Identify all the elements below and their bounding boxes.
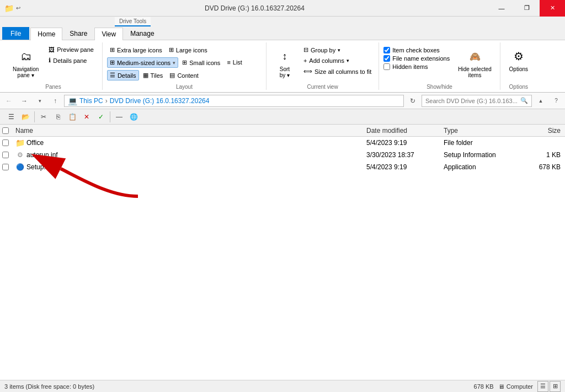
settings-icon[interactable]: ▲ bbox=[534, 94, 547, 108]
setup-size: 678 KB bbox=[519, 163, 563, 171]
file-name-extensions-checkbox[interactable]: File name extensions bbox=[383, 55, 450, 62]
setup-checkbox[interactable] bbox=[2, 164, 13, 170]
show-hide-group: Item check boxes File name extensions Hi… bbox=[379, 42, 500, 90]
preview-pane-button[interactable]: 🖼 Preview pane bbox=[45, 45, 98, 55]
extra-large-icons-button[interactable]: ⊞ Extra large icons bbox=[107, 45, 165, 55]
add-columns-button[interactable]: + Add columns ▾ bbox=[301, 56, 374, 66]
options-button[interactable]: ⚙ Options bbox=[505, 45, 532, 75]
forward-button[interactable]: → bbox=[18, 94, 31, 108]
status-bar: 3 items (Disk free space: 0 bytes)678 KB… bbox=[0, 380, 565, 392]
col-header-name[interactable]: Name bbox=[13, 127, 364, 135]
undo-icon[interactable]: ↩ bbox=[16, 5, 20, 11]
autorun-date: 3/30/2023 18:37 bbox=[364, 151, 441, 159]
search-icon[interactable]: 🔍 bbox=[520, 97, 528, 104]
file-row-office[interactable]: 📁 Office 5/4/2023 9:19 File folder bbox=[0, 137, 565, 149]
rename-btn[interactable]: — bbox=[113, 110, 126, 123]
file-list-header: Name Date modified Type Size bbox=[0, 125, 565, 137]
hide-selected-button[interactable]: 🙈 Hide selecteditems bbox=[454, 45, 495, 81]
large-icons-button[interactable]: ⊞ Large icons bbox=[166, 45, 210, 55]
view-col: ⊟ Group by ▾ + Add columns ▾ ⟺ Size all … bbox=[301, 45, 374, 77]
layout-label: Layout bbox=[107, 82, 262, 90]
copy-btn[interactable]: ⎘ bbox=[51, 110, 65, 123]
options-label: Options bbox=[509, 66, 528, 72]
up-button[interactable]: ↑ bbox=[49, 94, 62, 108]
tab-file[interactable]: File bbox=[2, 27, 29, 40]
tab-home[interactable]: Home bbox=[30, 28, 62, 40]
content-button[interactable]: ▤ Content bbox=[167, 70, 201, 80]
col-header-date[interactable]: Date modified bbox=[364, 127, 441, 135]
setup-date: 5/4/2023 9:19 bbox=[364, 163, 441, 171]
restore-button[interactable]: ❐ bbox=[514, 0, 540, 17]
folder-btn[interactable]: 📂 bbox=[19, 110, 32, 123]
refresh-button[interactable]: ↻ bbox=[406, 94, 419, 108]
tiles-icon: ▦ bbox=[143, 72, 148, 79]
tab-share[interactable]: Share bbox=[62, 27, 94, 40]
select-all-checkbox[interactable] bbox=[2, 127, 13, 134]
paste-btn[interactable]: 📋 bbox=[66, 110, 79, 123]
small-icons-icon: ⊞ bbox=[182, 59, 187, 66]
sort-by-button[interactable]: ↕ Sortby ▾ bbox=[271, 45, 299, 81]
details-layout-icon: ☰ bbox=[110, 72, 115, 79]
tab-view[interactable]: View bbox=[94, 28, 123, 40]
preview-icon: 🖼 bbox=[49, 46, 55, 53]
col-header-type[interactable]: Type bbox=[441, 127, 519, 135]
item-check-boxes-checkbox[interactable]: Item check boxes bbox=[383, 47, 450, 53]
current-view-group: ↕ Sortby ▾ ⊟ Group by ▾ + Add columns ▾ … bbox=[266, 42, 379, 90]
hidden-items-checkbox[interactable]: Hidden items bbox=[383, 63, 450, 70]
current-view-content: ↕ Sortby ▾ ⊟ Group by ▾ + Add columns ▾ … bbox=[271, 42, 374, 82]
details-pane-button[interactable]: ℹ Details pane bbox=[45, 55, 98, 66]
path-current[interactable]: DVD Drive (G:) 16.0.16327.20264 bbox=[110, 97, 210, 105]
cut-btn[interactable]: ✂ bbox=[37, 110, 50, 123]
toolbar-divider1 bbox=[34, 111, 35, 122]
setup-type: Application bbox=[441, 163, 519, 171]
checkmark-btn[interactable]: ✓ bbox=[94, 110, 108, 123]
window-controls: — ❐ ✕ bbox=[489, 0, 565, 17]
group-by-button[interactable]: ⊟ Group by ▾ bbox=[301, 45, 374, 55]
office-type: File folder bbox=[441, 139, 519, 147]
medium-icons-button[interactable]: ⊞ Medium-sized icons ▾ bbox=[107, 57, 178, 68]
file-row-setup[interactable]: 🔵 Setup.exe 5/4/2023 9:19 Application 67… bbox=[0, 161, 565, 173]
quick-access-toolbar: ↩ bbox=[16, 5, 20, 11]
delete-btn[interactable]: ✕ bbox=[80, 110, 93, 123]
details-pane-label: Details pane bbox=[53, 57, 87, 64]
back-button[interactable]: ← bbox=[2, 94, 15, 108]
list-button[interactable]: ≡ List bbox=[224, 57, 245, 67]
large-icons-icon: ⊞ bbox=[169, 46, 174, 53]
recent-locations-button[interactable]: ▾ bbox=[33, 94, 46, 108]
close-button[interactable]: ✕ bbox=[540, 0, 565, 17]
path-this-pc[interactable]: This PC bbox=[79, 97, 103, 105]
extra-large-icons-icon: ⊞ bbox=[110, 46, 115, 53]
size-all-columns-button[interactable]: ⟺ Size all columns to fit bbox=[301, 66, 374, 77]
tab-manage[interactable]: Manage bbox=[123, 27, 161, 40]
navigation-pane-button[interactable]: 🗂 Navigationpane ▾ bbox=[9, 45, 42, 81]
office-checkbox[interactable] bbox=[2, 139, 13, 146]
col-header-size[interactable]: Size bbox=[519, 127, 563, 135]
hide-selected-icon: 🙈 bbox=[466, 47, 484, 65]
navigation-pane-label: Navigationpane ▾ bbox=[13, 66, 39, 78]
sort-by-icon: ↕ bbox=[276, 47, 294, 65]
office-folder-icon: 📁 bbox=[15, 138, 24, 147]
ribbon: 🗂 Navigationpane ▾ 🖼 Preview pane ℹ Deta… bbox=[0, 40, 565, 93]
globe-btn[interactable]: 🌐 bbox=[127, 110, 140, 123]
ribbon-tabs: File Home Share View Manage bbox=[0, 26, 565, 40]
setup-name: Setup.exe bbox=[26, 163, 56, 171]
tiles-button[interactable]: ▦ Tiles bbox=[140, 70, 166, 80]
view-toggle-btn[interactable]: ☰ bbox=[4, 110, 18, 123]
list-icon: ≡ bbox=[227, 59, 230, 66]
setup-file-icon: 🔵 bbox=[15, 163, 24, 171]
autorun-size: 1 KB bbox=[519, 151, 563, 159]
path-icon: 💻 bbox=[68, 96, 77, 105]
minimize-button[interactable]: — bbox=[489, 0, 514, 17]
search-input[interactable] bbox=[425, 98, 518, 104]
panes-group-content: 🗂 Navigationpane ▾ 🖼 Preview pane ℹ Deta… bbox=[9, 42, 98, 82]
navigation-pane-icon: 🗂 bbox=[17, 47, 35, 65]
details-button[interactable]: ☰ Details bbox=[107, 70, 139, 80]
hide-selected-label: Hide selecteditems bbox=[458, 66, 492, 78]
address-path[interactable]: 💻 This PC › DVD Drive (G:) 16.0.16327.20… bbox=[64, 95, 404, 107]
autorun-checkbox[interactable] bbox=[2, 152, 13, 158]
file-row-autorun[interactable]: ⚙ autorun.inf 3/30/2023 18:37 Setup Info… bbox=[0, 149, 565, 161]
small-icons-button[interactable]: ⊞ Small icons bbox=[179, 57, 223, 68]
preview-pane-label: Preview pane bbox=[57, 46, 94, 53]
path-sep1: › bbox=[105, 97, 108, 105]
help-icon[interactable]: ? bbox=[550, 94, 563, 108]
